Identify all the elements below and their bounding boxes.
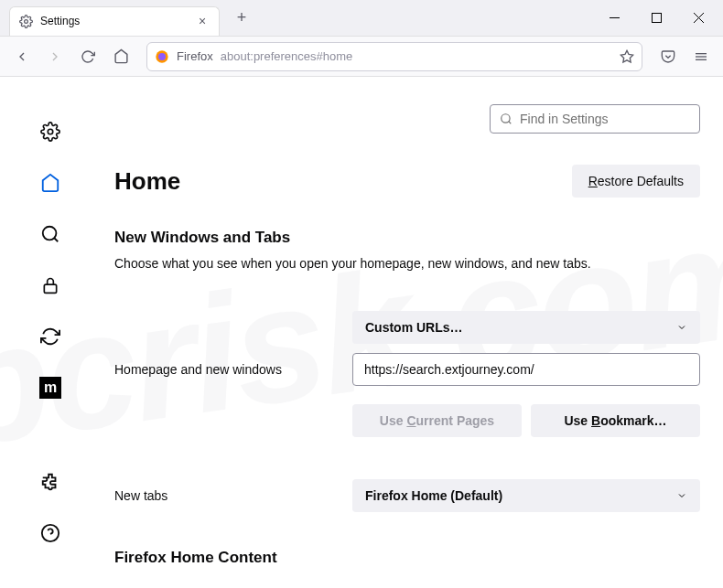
sidebar-item-mozilla[interactable]: m [38, 375, 63, 401]
back-button[interactable] [7, 42, 37, 71]
svg-point-6 [158, 53, 166, 60]
svg-point-0 [25, 19, 28, 23]
newtabs-dropdown[interactable]: Firefox Home (Default) [352, 479, 700, 512]
forward-button[interactable] [40, 42, 70, 71]
page-title: Home [114, 167, 180, 196]
svg-line-18 [509, 122, 512, 124]
svg-point-11 [48, 129, 53, 134]
maximize-button[interactable] [635, 0, 677, 37]
url-text: about:preferences#home [221, 49, 353, 63]
mozilla-icon: m [39, 377, 61, 399]
svg-line-13 [54, 238, 58, 241]
bookmark-star-icon[interactable] [620, 49, 634, 64]
svg-rect-2 [652, 14, 661, 23]
firefox-logo-icon [155, 49, 169, 64]
sidebar-item-search[interactable] [38, 221, 63, 247]
svg-rect-14 [44, 284, 56, 293]
section-firefox-home-title: Firefox Home Content [114, 549, 700, 567]
section-new-windows-desc: Choose what you see when you open your h… [114, 256, 700, 271]
svg-point-17 [502, 114, 510, 123]
homepage-mode-dropdown[interactable]: Custom URLs… [352, 311, 700, 344]
svg-marker-7 [620, 50, 632, 62]
browser-tab[interactable]: Settings × [9, 6, 220, 36]
settings-sidebar: m [0, 77, 101, 588]
reload-button[interactable] [73, 42, 103, 71]
restore-defaults-button[interactable]: Restore Defaults [572, 165, 700, 198]
chevron-down-icon [676, 322, 687, 333]
tab-close-button[interactable]: × [195, 14, 210, 28]
dropdown-value: Custom URLs… [365, 320, 463, 335]
homepage-url-input[interactable] [352, 353, 700, 386]
app-menu-button[interactable] [686, 42, 716, 71]
chevron-down-icon [676, 490, 687, 501]
window-titlebar: Settings × + [0, 0, 723, 37]
browser-toolbar: Firefox about:preferences#home [0, 37, 723, 77]
minimize-button[interactable] [593, 0, 635, 37]
sidebar-item-privacy[interactable] [38, 273, 63, 298]
sidebar-item-help[interactable] [38, 520, 63, 546]
url-bar[interactable]: Firefox about:preferences#home [146, 42, 642, 71]
use-bookmark-button[interactable]: Use Bookmark… [531, 404, 700, 437]
close-button[interactable] [677, 0, 719, 37]
settings-search-input[interactable]: Find in Settings [490, 104, 700, 134]
use-current-pages-button: Use Current Pages [352, 404, 522, 437]
search-icon [500, 112, 513, 125]
window-controls [593, 0, 719, 37]
svg-point-12 [43, 227, 57, 241]
newtabs-label: New tabs [114, 488, 352, 503]
sidebar-item-home[interactable] [38, 170, 63, 196]
sidebar-item-extensions[interactable] [38, 469, 63, 495]
settings-main: Find in Settings Home Restore Defaults N… [101, 77, 723, 588]
homepage-label: Homepage and new windows [114, 362, 352, 377]
sidebar-item-sync[interactable] [38, 324, 63, 349]
gear-icon [19, 15, 33, 28]
sidebar-item-general[interactable] [38, 119, 63, 144]
pocket-button[interactable] [653, 42, 683, 71]
section-new-windows-title: New Windows and Tabs [114, 229, 700, 247]
home-button[interactable] [106, 42, 135, 71]
url-identity: Firefox [177, 49, 213, 63]
search-placeholder: Find in Settings [520, 112, 609, 126]
tab-title: Settings [40, 15, 188, 27]
new-tab-button[interactable]: + [229, 5, 254, 31]
dropdown-value: Firefox Home (Default) [365, 488, 502, 503]
